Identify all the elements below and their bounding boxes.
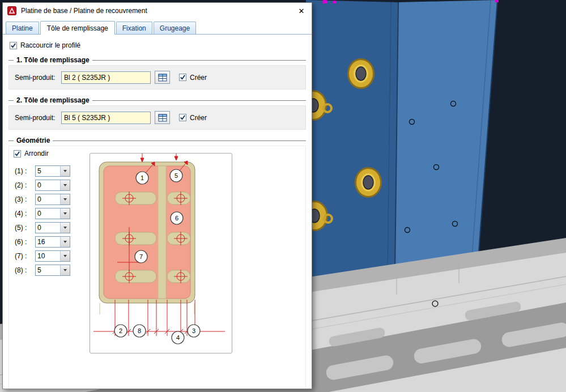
svg-text:2: 2 xyxy=(119,327,122,334)
chevron-down-icon xyxy=(63,227,67,229)
catalog-button-2[interactable] xyxy=(155,111,170,124)
shorten-profile-checkbox[interactable] xyxy=(10,42,17,49)
param-label-6: (6) : xyxy=(15,238,35,246)
group-filler-plate-2: 2. Tôle de remplissage Semi-produit: xyxy=(8,96,306,130)
param-label-4: (4) : xyxy=(15,210,35,218)
param-3-combobox[interactable] xyxy=(35,194,70,205)
param-2-combobox[interactable] xyxy=(35,180,70,191)
dropdown-button[interactable] xyxy=(60,265,70,275)
svg-text:4: 4 xyxy=(176,334,180,341)
semi-product-input-2[interactable] xyxy=(61,112,151,124)
dropdown-button[interactable] xyxy=(60,251,70,261)
param-label-1: (1) : xyxy=(15,167,35,175)
chevron-down-icon xyxy=(63,269,67,271)
title-bar[interactable]: Platine de base / Platine de recouvremen… xyxy=(3,3,312,19)
group-rule xyxy=(53,140,306,141)
dropdown-button[interactable] xyxy=(60,166,70,176)
table-icon xyxy=(158,74,167,82)
close-icon: ✕ xyxy=(299,7,305,15)
create-checkbox-1[interactable] xyxy=(179,74,186,81)
tab-tole-de-remplissage[interactable]: Tôle de remplissage xyxy=(40,21,115,35)
param-6-value[interactable] xyxy=(36,237,60,247)
param-8-combobox[interactable] xyxy=(35,265,70,276)
group-title: Géométrie xyxy=(16,137,50,144)
param-label-5: (5) : xyxy=(15,224,35,232)
svg-text:3: 3 xyxy=(192,327,195,334)
component-icon xyxy=(7,6,16,15)
dropdown-button[interactable] xyxy=(60,237,70,247)
param-7-value[interactable] xyxy=(36,251,60,261)
semi-product-label: Semi-produit: xyxy=(15,74,61,82)
callout-4: 4 xyxy=(172,331,184,344)
svg-text:8: 8 xyxy=(138,327,141,334)
tab-page: Raccourcir le profilé 1. Tôle de remplis… xyxy=(3,34,312,389)
close-button[interactable]: ✕ xyxy=(291,3,312,18)
semi-product-label: Semi-produit: xyxy=(15,114,61,122)
tab-label: Fixation xyxy=(122,24,146,32)
chevron-down-icon xyxy=(63,170,67,172)
param-4-value[interactable] xyxy=(36,208,60,219)
anchor-bolt[interactable] xyxy=(347,58,375,89)
param-4-combobox[interactable] xyxy=(35,208,70,219)
tab-strip: Platine Tôle de remplissage Fixation Gru… xyxy=(3,19,312,34)
catalog-button-1[interactable] xyxy=(155,71,170,84)
dropdown-button[interactable] xyxy=(60,180,70,190)
checkmark-icon xyxy=(14,151,20,157)
param-8-value[interactable] xyxy=(36,265,60,275)
group-rule xyxy=(8,60,14,61)
callout-6: 6 xyxy=(171,212,183,224)
semi-product-input-1[interactable] xyxy=(61,71,151,84)
param-label-8: (8) : xyxy=(15,266,35,274)
callout-2: 2 xyxy=(114,325,127,337)
group-title: 2. Tôle de remplissage xyxy=(16,96,90,104)
checkmark-icon xyxy=(10,42,16,49)
svg-text:7: 7 xyxy=(139,253,143,260)
tab-label: Platine xyxy=(12,24,33,32)
svg-text:5: 5 xyxy=(175,172,178,179)
dialog-window: Platine de base / Platine de recouvremen… xyxy=(2,2,312,389)
anchor-bolt[interactable] xyxy=(355,167,382,198)
chevron-down-icon xyxy=(63,241,67,243)
checkmark-icon xyxy=(180,74,186,80)
group-rule xyxy=(8,140,14,141)
create-label: Créer xyxy=(190,74,207,82)
checkmark-icon xyxy=(180,114,186,121)
chevron-down-icon xyxy=(63,212,67,215)
tab-fixation[interactable]: Fixation xyxy=(116,22,152,34)
param-5-combobox[interactable] xyxy=(35,222,70,233)
dropdown-button[interactable] xyxy=(60,223,70,233)
group-rule xyxy=(8,100,14,101)
param-6-combobox[interactable] xyxy=(35,236,70,248)
callout-1: 1 xyxy=(136,172,148,184)
callout-5: 5 xyxy=(170,169,182,182)
round-label: Arrondir xyxy=(24,150,49,157)
tab-label: Tôle de remplissage xyxy=(47,24,108,32)
param-1-value[interactable] xyxy=(36,166,60,176)
callout-7: 7 xyxy=(135,250,147,263)
tab-grugeage[interactable]: Grugeage xyxy=(154,22,196,34)
steel-column[interactable] xyxy=(306,0,497,280)
param-5-value[interactable] xyxy=(36,223,60,233)
group-rule xyxy=(92,100,306,101)
create-label: Créer xyxy=(190,114,207,122)
chevron-down-icon xyxy=(63,198,67,201)
chevron-down-icon xyxy=(63,184,67,186)
shorten-profile-label: Raccourcir le profilé xyxy=(20,41,80,49)
dropdown-button[interactable] xyxy=(60,208,70,219)
callout-3: 3 xyxy=(188,325,200,337)
group-rule xyxy=(92,60,306,61)
svg-text:1: 1 xyxy=(141,174,144,181)
svg-text:6: 6 xyxy=(175,215,178,221)
dropdown-button[interactable] xyxy=(60,194,70,204)
round-checkbox[interactable] xyxy=(14,150,21,157)
chevron-down-icon xyxy=(63,255,67,257)
param-7-combobox[interactable] xyxy=(35,250,70,262)
group-title: 1. Tôle de remplissage xyxy=(16,56,90,64)
param-2-value[interactable] xyxy=(36,180,60,190)
param-label-2: (2) : xyxy=(15,181,35,189)
param-label-7: (7) : xyxy=(15,252,35,260)
param-3-value[interactable] xyxy=(36,194,60,204)
param-1-combobox[interactable] xyxy=(35,165,70,177)
tab-platine[interactable]: Platine xyxy=(6,22,39,34)
create-checkbox-2[interactable] xyxy=(179,114,186,121)
